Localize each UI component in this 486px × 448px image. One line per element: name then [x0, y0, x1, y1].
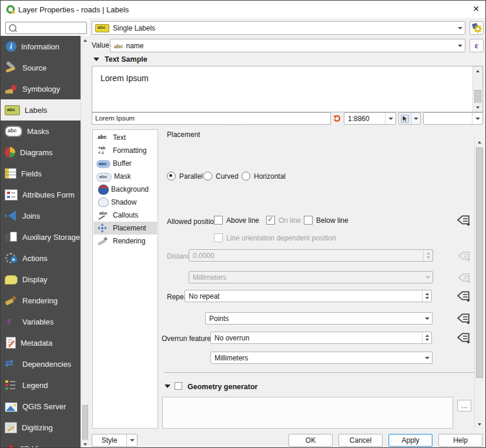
sidebar-item-3d-view[interactable]: 3D View	[1, 438, 81, 448]
sidebar-item-qgis-server[interactable]: QGIS Server	[1, 396, 81, 417]
geometry-generator-label[interactable]: Geometry generator	[187, 383, 257, 391]
checkbox-on-line[interactable]: On line	[266, 216, 301, 225]
checkbox-below-line[interactable]: Below line	[304, 216, 348, 225]
sidebar-item-display[interactable]: Display	[1, 269, 81, 290]
sidebar-item-dependencies[interactable]: Dependencies	[1, 353, 81, 375]
radio-icon[interactable]	[167, 172, 176, 180]
scale-combo[interactable]: 1:8860	[344, 112, 396, 125]
sidebar-item-source[interactable]: Source	[1, 57, 81, 78]
tab-shadow[interactable]: Shadow	[93, 196, 157, 209]
checkbox-icon[interactable]	[214, 233, 223, 242]
close-icon[interactable]: ✕	[470, 4, 482, 15]
data-defined-override-button[interactable]	[457, 289, 471, 304]
tab-callouts[interactable]: Callouts	[93, 209, 157, 222]
repeat-unit-combo[interactable]: Points	[205, 312, 433, 325]
sidebar-item-joins[interactable]: Joins	[1, 205, 81, 226]
value-field-combo[interactable]: abcname	[110, 39, 465, 52]
radio-curved[interactable]: Curved	[203, 172, 239, 180]
sidebar-item-diagrams[interactable]: Diagrams	[1, 142, 81, 163]
spinner-icons[interactable]	[422, 290, 431, 302]
sidebar-item-information[interactable]: Information	[1, 36, 81, 57]
style-button[interactable]: Style	[92, 434, 138, 447]
distance-unit-combo[interactable]: Millimeters	[189, 271, 433, 283]
sidebar-item-variables[interactable]: Variables	[1, 311, 81, 332]
cancel-button[interactable]: Cancel	[338, 434, 383, 447]
sidebar-item-auxiliary-storage[interactable]: Auxiliary Storage	[1, 226, 81, 248]
search-input[interactable]	[5, 22, 87, 34]
tab-text[interactable]: Text	[93, 131, 157, 144]
geometry-more-button[interactable]: …	[457, 400, 471, 412]
scroll-up-icon[interactable]	[81, 36, 89, 45]
sidebar-item-symbology[interactable]: Symbology	[1, 78, 81, 99]
sidebar-scrollbar[interactable]	[81, 36, 89, 448]
font-preview-combo[interactable]	[423, 112, 483, 125]
tab-buffer[interactable]: Buffer	[93, 157, 157, 170]
chevron-down-icon[interactable]	[423, 272, 433, 283]
chevron-down-icon[interactable]	[455, 39, 465, 52]
data-defined-override-button-disabled[interactable]	[458, 272, 471, 285]
chevron-down-icon[interactable]	[455, 22, 465, 34]
sidebar-item-actions[interactable]: Actions	[1, 248, 81, 269]
overrun-unit-combo[interactable]: Millimeters	[210, 352, 433, 364]
labels-mode-combo[interactable]: abc Single Labels	[92, 21, 465, 35]
tab-mask[interactable]: Mask	[93, 170, 157, 183]
distance-spinbox[interactable]: 0.0000	[189, 249, 433, 262]
scroll-thumb[interactable]	[474, 90, 481, 103]
reset-sample-button[interactable]	[331, 112, 343, 125]
sidebar-item-masks[interactable]: Masks	[1, 121, 81, 142]
sidebar-item-legend[interactable]: Legend	[1, 375, 81, 396]
chevron-down-icon[interactable]	[411, 113, 420, 124]
radio-icon[interactable]	[203, 172, 212, 180]
scroll-up-icon[interactable]	[473, 66, 482, 75]
tab-rendering[interactable]: Rendering	[93, 235, 157, 248]
apply-button[interactable]: Apply	[388, 434, 433, 447]
data-defined-override-button[interactable]	[457, 312, 471, 326]
spinner-icons[interactable]	[423, 250, 433, 261]
spinner-icons[interactable]	[422, 332, 431, 343]
repeat-spinbox[interactable]: No repeat	[185, 290, 432, 302]
chevron-down-icon[interactable]	[385, 113, 395, 124]
chevron-down-icon[interactable]	[422, 313, 432, 324]
tab-placement[interactable]: Placement	[93, 222, 157, 235]
chevron-down-icon[interactable]	[422, 352, 432, 363]
scroll-thumb[interactable]	[476, 148, 483, 378]
scroll-down-icon[interactable]	[473, 103, 482, 112]
radio-parallel[interactable]: Parallel	[167, 172, 203, 180]
scroll-down-icon[interactable]	[81, 440, 89, 448]
radio-horizontal[interactable]: Horizontal	[242, 172, 286, 180]
chevron-down-icon[interactable]	[126, 434, 137, 446]
splitter-handle[interactable]: ······	[227, 122, 244, 128]
help-button[interactable]: Help	[438, 434, 482, 447]
ok-button[interactable]: OK	[289, 434, 333, 447]
collapse-arrow-icon[interactable]	[93, 58, 99, 61]
data-defined-override-button[interactable]	[457, 213, 471, 228]
tab-formatting[interactable]: Formatting	[93, 144, 157, 157]
geometry-expression-area[interactable]	[162, 397, 453, 429]
sidebar-item-rendering[interactable]: Rendering	[1, 290, 81, 311]
chevron-down-icon[interactable]	[472, 113, 482, 124]
sidebar-item-labels[interactable]: Labels	[1, 99, 81, 121]
sidebar-item-digitizing[interactable]: Digitizing	[1, 417, 81, 438]
checkbox-above-line[interactable]: Above line	[214, 216, 259, 225]
overrun-spinbox[interactable]: No overrun	[210, 332, 432, 344]
sidebar-item-metadata[interactable]: Metadata	[1, 332, 81, 353]
text-sample-header[interactable]: Text Sample	[105, 55, 148, 63]
auto-placement-settings-button[interactable]	[470, 21, 484, 35]
collapse-arrow-icon[interactable]	[165, 385, 170, 388]
scroll-up-icon[interactable]	[475, 138, 484, 146]
scroll-down-icon[interactable]	[475, 420, 484, 429]
scroll-thumb[interactable]	[82, 405, 88, 440]
data-defined-override-button[interactable]	[457, 331, 471, 346]
geometry-generator-checkbox[interactable]	[175, 382, 182, 390]
tab-background[interactable]: Background	[93, 183, 157, 196]
sample-scrollbar[interactable]	[472, 66, 482, 112]
checkbox-line-orientation[interactable]: Line orientation dependent position	[214, 233, 336, 242]
sidebar-item-fields[interactable]: Fields	[1, 163, 81, 184]
checkbox-icon[interactable]	[304, 216, 313, 225]
data-defined-override-button-disabled[interactable]	[458, 250, 471, 263]
map-scale-tool-button[interactable]	[398, 112, 421, 125]
expression-builder-button[interactable]: ε	[470, 39, 484, 52]
sidebar-item-attributes-form[interactable]: Attributes Form	[1, 184, 81, 205]
sample-text-input[interactable]: Lorem Ipsum	[92, 112, 331, 125]
checkbox-icon[interactable]	[266, 216, 275, 225]
